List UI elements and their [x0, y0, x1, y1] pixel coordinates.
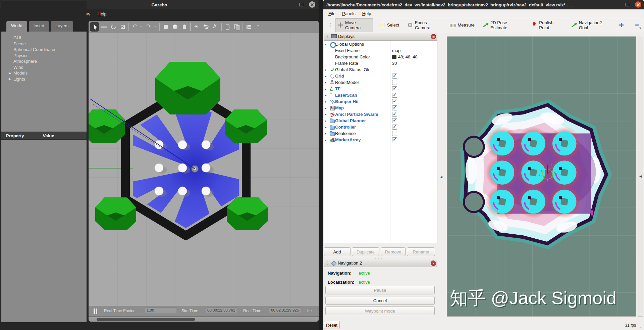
rviz-tool-button[interactable] — [632, 20, 644, 30]
collapsed-views-panel[interactable]: ◀ — [638, 36, 643, 317]
rtf-value[interactable]: 1.00 — [145, 308, 177, 313]
collapse-panel-arrow[interactable]: ◀ — [439, 167, 443, 185]
expander-icon[interactable] — [325, 126, 329, 129]
gazebo-tool-button[interactable] — [158, 22, 161, 32]
panel-button[interactable]: Waypoint mode — [325, 307, 435, 315]
expander-icon[interactable] — [325, 68, 329, 72]
close-icon[interactable] — [635, 1, 641, 8]
panel-button[interactable]: Remove — [381, 247, 406, 256]
display-checkbox[interactable] — [392, 118, 397, 123]
rviz-tool-button[interactable]: Move Camera — [335, 18, 373, 32]
display-value[interactable]: 48; 48; 48 — [392, 54, 418, 59]
gazebo-tool-button[interactable] — [211, 22, 220, 32]
display-row[interactable]: LaserScan — [324, 92, 437, 98]
gazebo-tool-button[interactable] — [109, 22, 118, 32]
close-icon[interactable] — [309, 1, 315, 8]
display-row[interactable]: Background Color 48; 48; 48 — [324, 54, 437, 60]
rviz-tool-button[interactable]: 2D Pose Estimate — [481, 18, 525, 32]
panel-button[interactable]: Cancel — [325, 296, 435, 305]
rviz-tool-button[interactable]: Focus Camera — [405, 18, 444, 32]
expander-icon[interactable] — [325, 132, 329, 135]
expander-icon[interactable] — [325, 106, 329, 110]
display-row[interactable]: Fixed Frame map — [324, 47, 437, 54]
gazebo-tool-button[interactable] — [127, 22, 130, 32]
display-row[interactable]: MarkerArray — [324, 137, 437, 143]
menu-item[interactable]: Help — [94, 11, 110, 16]
gazebo-tool-button[interactable] — [170, 22, 180, 32]
expander-icon[interactable] — [325, 43, 329, 46]
menu-item[interactable]: Panels — [339, 11, 359, 16]
display-row[interactable]: Global Planner — [324, 117, 437, 124]
display-checkbox[interactable] — [392, 80, 397, 85]
close-panel-icon[interactable] — [431, 261, 436, 266]
rviz-tool-button[interactable]: Publish Point — [529, 18, 565, 32]
minimize-icon[interactable]: – — [287, 1, 294, 8]
gazebo-tool-button[interactable] — [130, 22, 140, 32]
rviz-titlebar[interactable]: /home/jiaozhu/Documents/code/ros2_dev_ws… — [323, 0, 644, 9]
resize-grip[interactable]: ⁘ — [640, 326, 643, 329]
display-checkbox[interactable] — [392, 131, 397, 136]
display-value[interactable]: 30 — [392, 61, 397, 66]
display-value[interactable]: map — [392, 48, 400, 53]
display-checkbox[interactable] — [392, 112, 397, 117]
display-checkbox[interactable] — [392, 137, 397, 142]
scrollbar-thumb[interactable] — [97, 318, 195, 321]
display-row[interactable]: Global Status: Ok — [324, 66, 437, 73]
display-checkbox[interactable] — [392, 93, 397, 98]
expander-icon[interactable] — [325, 119, 329, 123]
gazebo-tool-button[interactable] — [192, 22, 201, 32]
viewport-splitter-handle[interactable]: ⁚⁚ — [316, 169, 317, 171]
display-row[interactable]: Frame Rate 30 — [324, 60, 437, 66]
gazebo-tool-button[interactable] — [244, 22, 254, 32]
minimize-icon[interactable]: – — [613, 1, 620, 8]
tree-item[interactable]: ▶ Wind — [1, 64, 87, 70]
gazebo-tool-button[interactable] — [180, 22, 189, 32]
expander-icon[interactable] — [325, 113, 329, 116]
expander-icon[interactable] — [325, 138, 329, 142]
expander-icon[interactable] — [325, 81, 329, 84]
rviz-tool-button[interactable]: Navigation2 Goal — [569, 18, 612, 32]
display-row[interactable]: Controller — [324, 124, 437, 130]
navigation2-panel-header[interactable]: Navigation 2 — [324, 259, 437, 267]
menu-item[interactable]: File — [325, 11, 339, 16]
panel-splitter-handle[interactable]: ······ — [34, 127, 43, 131]
expand-arrow-icon[interactable]: ▶ — [9, 77, 13, 81]
rviz-tool-button[interactable]: Measure — [448, 20, 477, 30]
gazebo-tool-button[interactable] — [144, 22, 154, 32]
display-checkbox[interactable] — [392, 105, 397, 110]
panel-tab[interactable]: Layers — [50, 21, 73, 32]
gazebo-tool-button[interactable] — [223, 22, 232, 32]
menu-item[interactable]: Help — [359, 11, 375, 16]
display-checkbox[interactable] — [392, 74, 397, 79]
expander-icon[interactable] — [325, 87, 329, 91]
panel-button[interactable]: Duplicate — [352, 247, 379, 256]
panel-button[interactable]: Add — [324, 247, 351, 256]
maximize-icon[interactable] — [624, 1, 631, 8]
panel-tab[interactable]: Insert — [29, 21, 50, 32]
tree-item[interactable]: ▶ Scene — [1, 41, 87, 47]
display-row[interactable]: Global Options — [324, 41, 437, 47]
close-panel-icon[interactable] — [431, 34, 436, 39]
expander-icon[interactable] — [325, 75, 329, 78]
tree-item[interactable]: ▶ Spherical Coordinates — [1, 47, 87, 53]
display-row[interactable]: TF — [324, 86, 437, 92]
expander-icon[interactable] — [325, 100, 329, 103]
gazebo-tool-button[interactable] — [201, 22, 211, 32]
gazebo-tool-button[interactable] — [161, 22, 170, 32]
tree-item[interactable]: ▶ Physics — [1, 53, 87, 59]
rviz-3d-view[interactable]: 知乎 @Jack Sigmoid 知乎 @Jack Sigmoid — [447, 36, 636, 317]
gazebo-tool-button[interactable] — [254, 22, 263, 32]
display-row[interactable]: Bumper Hit — [324, 98, 437, 105]
pause-icon[interactable] — [93, 309, 98, 314]
gazebo-tool-button[interactable] — [241, 22, 244, 32]
tree-item[interactable]: ▶ Lights — [1, 76, 87, 82]
display-checkbox[interactable] — [392, 125, 397, 130]
gazebo-tool-button[interactable] — [140, 22, 144, 32]
display-row[interactable]: RobotModel — [324, 79, 437, 86]
expander-icon[interactable] — [325, 94, 329, 97]
maximize-icon[interactable] — [298, 1, 305, 8]
panel-button[interactable]: Pause — [325, 286, 435, 294]
display-row[interactable]: Realsense — [324, 130, 437, 137]
gazebo-tool-button[interactable] — [232, 22, 241, 32]
displays-panel-header[interactable]: Displays — [324, 33, 437, 41]
